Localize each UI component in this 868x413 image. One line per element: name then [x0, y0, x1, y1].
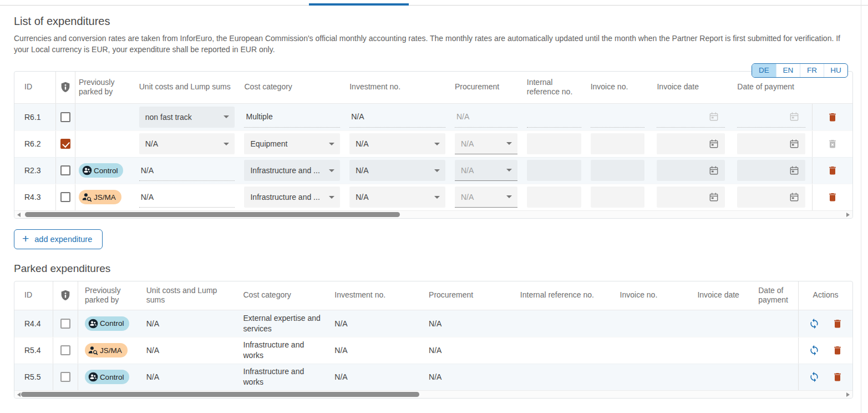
horizontal-scrollbar[interactable]	[14, 210, 852, 218]
parked-by-cell	[75, 131, 136, 157]
calendar-icon[interactable]	[708, 138, 719, 149]
calendar-icon[interactable]	[708, 192, 719, 203]
delete-row-button[interactable]	[831, 316, 844, 331]
unit-costs-value: N/A	[142, 310, 239, 337]
trash-disabled-icon	[827, 138, 838, 150]
payment-date-input[interactable]	[737, 187, 805, 208]
calendar-icon[interactable]	[789, 192, 800, 203]
row-checkbox[interactable]	[60, 345, 70, 355]
page-content: List of expenditures Currencies and conv…	[0, 15, 868, 399]
scroll-left-arrow-icon[interactable]	[17, 213, 21, 217]
horizontal-scrollbar[interactable]	[14, 390, 852, 398]
cost-category-value: Infrastructure and works	[239, 364, 331, 390]
row-checkbox[interactable]	[60, 139, 70, 149]
header-invoice-no: Invoice no.	[616, 281, 693, 310]
chevron-down-icon	[329, 169, 334, 172]
trash-icon	[827, 111, 838, 123]
calendar-icon[interactable]	[789, 138, 800, 149]
internal-reference-value	[516, 338, 616, 364]
language-tab-hu[interactable]: HU	[824, 64, 847, 77]
delete-row-button[interactable]	[826, 163, 839, 178]
cost-category-select[interactable]: Infrastructure and ...	[244, 187, 340, 208]
parked-by-badge-jsma: JS/MA	[85, 343, 128, 357]
internal-reference-value	[516, 364, 616, 390]
procurement-select[interactable]: N/A	[455, 187, 517, 208]
investment-select[interactable]: N/A	[349, 160, 445, 181]
investment-select[interactable]: N/A	[349, 187, 445, 208]
delete-row-button[interactable]	[831, 370, 844, 384]
internal-reference-input[interactable]	[527, 187, 581, 208]
header-id: ID	[14, 281, 53, 310]
scroll-left-arrow-icon[interactable]	[17, 392, 21, 397]
row-checkbox[interactable]	[60, 165, 70, 175]
trash-icon	[827, 191, 838, 203]
trash-icon	[832, 318, 843, 330]
chevron-down-icon	[224, 143, 229, 145]
calendar-icon[interactable]	[789, 165, 800, 176]
cost-category-select[interactable]: Infrastructure and ...	[244, 160, 340, 181]
invoice-no-input[interactable]	[591, 107, 645, 128]
unit-costs-select[interactable]: non fast track	[139, 107, 235, 128]
page-description: Currencies and conversion rates are take…	[14, 33, 853, 56]
payment-date-input[interactable]	[737, 107, 805, 128]
header-sensitive	[53, 281, 78, 310]
language-tab-fr[interactable]: FR	[800, 64, 824, 77]
scroll-right-arrow-icon[interactable]	[846, 213, 850, 217]
cost-category-select[interactable]: Equipment	[244, 133, 340, 154]
investment-select[interactable]: N/A	[349, 133, 445, 154]
scrollbar-thumb[interactable]	[21, 392, 419, 397]
chevron-down-icon	[506, 169, 512, 172]
calendar-icon[interactable]	[789, 111, 800, 122]
invoice-date-input[interactable]	[657, 133, 725, 154]
invoice-date-input[interactable]	[657, 107, 725, 128]
header-parked-by: Previously parked by	[75, 72, 136, 103]
procurement-select[interactable]: N/A	[455, 133, 517, 154]
row-checkbox[interactable]	[60, 319, 70, 329]
sync-icon	[809, 371, 820, 382]
header-invoice-no: Invoice no.	[588, 72, 652, 103]
invoice-no-input[interactable]	[591, 187, 645, 208]
delete-row-button[interactable]	[826, 190, 839, 204]
internal-reference-input[interactable]	[527, 133, 581, 154]
row-checkbox[interactable]	[60, 372, 70, 382]
row-id: R5.5	[14, 364, 53, 390]
invoice-date-input[interactable]	[657, 187, 725, 208]
payment-date-input[interactable]	[737, 160, 805, 181]
header-payment-date: Date of payment	[754, 281, 798, 310]
invoice-no-input[interactable]	[591, 133, 645, 154]
restore-row-button[interactable]	[808, 317, 821, 330]
supervised-users-icon	[88, 371, 99, 382]
restore-row-button[interactable]	[808, 344, 821, 357]
invoice-no-input[interactable]	[591, 160, 645, 181]
active-tab-indicator	[309, 3, 409, 6]
language-tab-en[interactable]: EN	[776, 64, 800, 77]
add-expenditure-button[interactable]: + add expenditure	[14, 229, 103, 249]
page-title: List of expenditures	[14, 15, 853, 28]
expenditures-header-row: ID Previously parked by Unit costs and L…	[14, 72, 852, 104]
calendar-icon[interactable]	[708, 165, 719, 176]
restore-row-button[interactable]	[808, 370, 821, 384]
procurement-value: N/A	[424, 338, 516, 364]
cost-category-value: Infrastructure and works	[239, 338, 331, 364]
procurement-value: N/A	[424, 364, 516, 390]
table-row: R4.3 JS/MA N/A Infrastructure and ... N/…	[14, 184, 852, 210]
payment-date-input[interactable]	[737, 133, 805, 154]
row-checkbox[interactable]	[60, 192, 70, 202]
chevron-down-icon	[224, 115, 229, 118]
language-tab-de[interactable]: DE	[752, 64, 776, 77]
internal-reference-input[interactable]	[527, 107, 581, 128]
header-unit-costs: Unit costs and Lump sums	[136, 72, 242, 103]
scrollbar-thumb[interactable]	[25, 212, 400, 217]
scroll-right-arrow-icon[interactable]	[846, 392, 850, 397]
internal-reference-input[interactable]	[527, 160, 581, 181]
unit-costs-select[interactable]: N/A	[139, 133, 235, 154]
procurement-select[interactable]: N/A	[455, 160, 517, 181]
delete-row-button[interactable]	[831, 343, 844, 357]
calendar-icon[interactable]	[708, 111, 719, 122]
row-checkbox[interactable]	[60, 112, 70, 122]
invoice-date-input[interactable]	[657, 160, 725, 181]
parked-by-badge-control: Control	[85, 370, 130, 384]
delete-row-button[interactable]	[826, 110, 839, 124]
header-procurement: Procurement	[424, 281, 516, 310]
shield-info-icon	[59, 81, 72, 93]
